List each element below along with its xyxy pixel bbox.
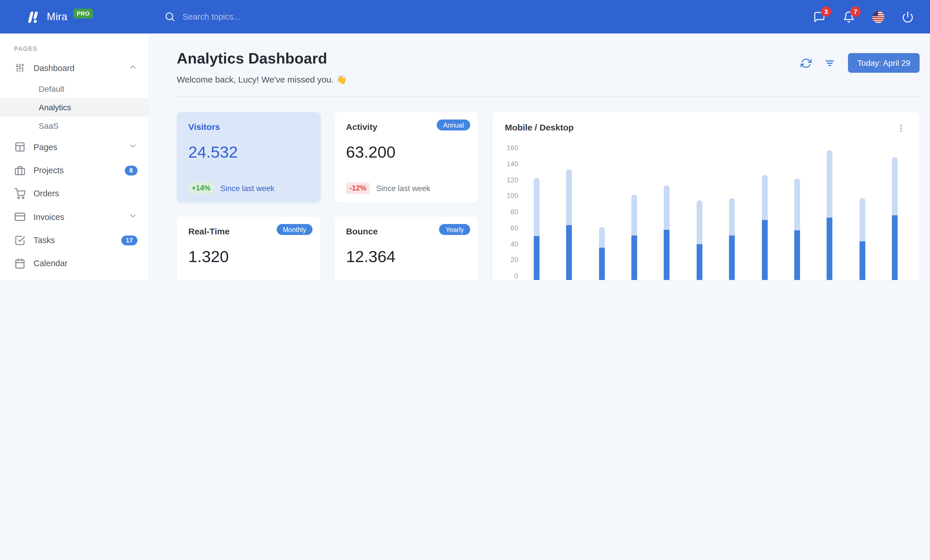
sidebar-item-label: Orders [34, 189, 137, 198]
messages-button[interactable]: 3 [813, 11, 825, 23]
sidebar-item-label: Tasks [34, 236, 113, 245]
sidebar-item-calendar[interactable]: Calendar [0, 252, 149, 275]
bar-mobile-segment [794, 230, 800, 280]
notifications-button[interactable]: 7 [843, 11, 855, 23]
bar-mobile-segment [599, 247, 605, 280]
filter-button[interactable] [824, 57, 835, 68]
y-axis: 160140120100806040200 [505, 144, 525, 280]
bar-mobile-segment [567, 225, 572, 280]
page-subtitle: Welcome back, Lucy! We've missed you. 👋 [177, 74, 347, 85]
bar-desktop-segment [534, 178, 539, 236]
stat-value: 1.320 [188, 248, 309, 266]
chevron-up-icon [128, 62, 137, 71]
pro-badge: PRO [73, 8, 93, 18]
bar-jul [729, 198, 735, 280]
sidebar-item-projects[interactable]: Projects8 [0, 159, 149, 182]
app-root: Mira PRO 3 [0, 0, 930, 280]
stat-period-pill[interactable]: Annual [437, 120, 470, 130]
main-content: Analytics Dashboard Welcome back, Lucy! … [149, 34, 930, 280]
bar-desktop-segment [567, 169, 572, 226]
sidebar-item-badge: 8 [125, 166, 137, 175]
stat-card-activity: ActivityAnnual63.200 -12% Since last wee… [334, 112, 478, 203]
date-range-button[interactable]: Today: April 29 [848, 53, 919, 73]
bar-mobile-segment [664, 230, 670, 280]
stat-cards: Visitors24.532 +14% Since last week Acti… [177, 112, 478, 280]
briefcase-icon [14, 165, 25, 176]
bar-oct [827, 150, 832, 280]
stat-value: 24.532 [188, 143, 309, 162]
bar-feb [567, 169, 572, 280]
chevron-down-icon [128, 211, 137, 220]
page-header: Analytics Dashboard Welcome back, Lucy! … [177, 50, 919, 85]
stat-card-bounce: BounceYearly12.364 +27% Since last week [334, 216, 478, 280]
mira-logo-icon [25, 9, 41, 25]
sidebar-item-label: Dashboard [34, 63, 120, 72]
sign-out-button[interactable] [902, 11, 914, 23]
bar-desktop-segment [794, 178, 800, 230]
sidebar-item-pages[interactable]: Pages [0, 135, 149, 159]
y-tick-label: 160 [507, 144, 518, 152]
bar-nov [859, 198, 865, 280]
navbar-search[interactable] [164, 11, 321, 23]
mobile-desktop-card: Mobile / Desktop 160140120100806040200 J… [492, 112, 919, 280]
chart-menu-button[interactable] [895, 123, 907, 134]
stat-delta-badge: +14% [188, 183, 214, 194]
top-navbar: Mira PRO 3 [0, 0, 930, 34]
y-tick-label: 20 [510, 256, 518, 264]
y-tick-label: 80 [510, 208, 518, 216]
sidebar-section-label: PAGES [0, 34, 149, 56]
filter-icon [824, 57, 835, 68]
stat-delta-badge: -12% [346, 183, 370, 194]
us-flag-icon [872, 11, 884, 23]
y-tick-label: 100 [507, 192, 518, 200]
navbar-actions: 3 7 [813, 11, 930, 23]
stat-note: Since last week [376, 184, 430, 193]
sidebar-item-orders[interactable]: Orders [0, 182, 149, 205]
header-actions: Today: April 29 [801, 53, 919, 73]
brand[interactable]: Mira PRO [0, 9, 149, 25]
bar-desktop-segment [729, 198, 735, 236]
y-tick-label: 140 [507, 160, 518, 168]
kebab-icon [896, 124, 906, 133]
sidebar-subitem-default[interactable]: Default [0, 80, 149, 98]
refresh-icon [801, 57, 811, 68]
sidebar-subitem-analytics[interactable]: Analytics [0, 98, 149, 117]
bar-mobile-segment [762, 220, 767, 280]
refresh-button[interactable] [801, 57, 811, 68]
sidebar-item-invoices[interactable]: Invoices [0, 205, 149, 229]
bar-mobile-segment [892, 215, 898, 280]
stat-title: Visitors [188, 122, 309, 132]
bar-desktop-segment [827, 150, 832, 218]
bar-mobile-segment [631, 236, 637, 280]
sidebar-item-badge: 17 [121, 235, 138, 245]
bar-desktop-segment [892, 157, 898, 215]
language-button[interactable] [872, 11, 884, 23]
sidebar: PAGESDashboardDefaultAnalyticsSaaSPagesP… [0, 34, 149, 280]
bar-plot [525, 147, 907, 280]
bar-desktop-segment [762, 175, 767, 220]
bar-jan [534, 178, 539, 280]
sidebar-item-auth[interactable]: Auth [0, 275, 149, 280]
stat-card-visitors: Visitors24.532 +14% Since last week [177, 112, 320, 203]
sidebar-item-dashboard[interactable]: Dashboard [0, 56, 149, 80]
search-icon [164, 11, 176, 23]
sidebar-subitem-saas[interactable]: SaaS [0, 117, 149, 135]
sidebar-item-tasks[interactable]: Tasks17 [0, 229, 149, 252]
bar-desktop-segment [859, 198, 865, 241]
stat-value: 12.364 [346, 248, 467, 266]
page-title: Analytics Dashboard [177, 50, 347, 68]
bar-aug [762, 175, 767, 280]
header-divider [177, 97, 919, 97]
bar-desktop-segment [697, 201, 702, 244]
bar-sep [794, 178, 800, 280]
bar-jun [697, 201, 702, 280]
sliders-icon [14, 62, 25, 73]
chevron-down-icon [128, 141, 137, 153]
sidebar-item-label: Pages [34, 142, 120, 152]
search-input[interactable] [183, 12, 321, 21]
stat-period-pill[interactable]: Monthly [276, 224, 313, 235]
stat-period-pill[interactable]: Yearly [439, 224, 470, 235]
messages-count-badge: 3 [821, 6, 831, 17]
chevron-down-icon [128, 141, 137, 150]
bar-desktop-segment [664, 185, 670, 230]
